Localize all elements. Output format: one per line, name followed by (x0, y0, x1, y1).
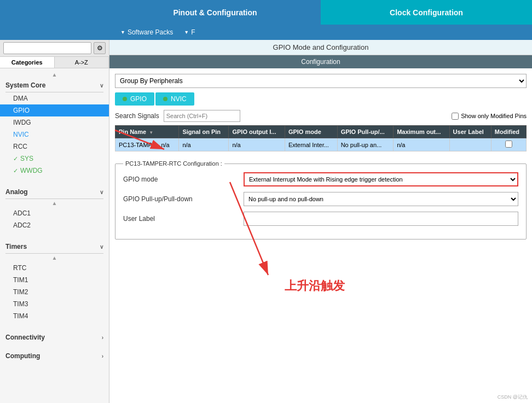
sidebar-item-rtc[interactable]: RTC (0, 262, 109, 274)
check-icon-sys: ✓ (13, 155, 18, 162)
pinout-header: Pinout & Configuration (109, 0, 321, 25)
chevron-down-icon: ▼ (120, 30, 125, 35)
gpio-mode-label: GPIO mode (123, 176, 244, 183)
check-icon-wwdg: ✓ (13, 167, 18, 174)
config-body: Group By Peripherals GPIO NVIC (109, 68, 532, 245)
chevron-right-icon-computing: › (102, 353, 103, 359)
sidebar-group-header-connectivity[interactable]: Connectivity › (0, 331, 109, 344)
watermark: CSDN @记仇 (498, 394, 528, 401)
sidebar-item-dma[interactable]: DMA (0, 92, 109, 104)
gpio-dot-icon (123, 97, 127, 101)
col-modified[interactable]: Modified (491, 126, 526, 138)
cell-gpio-pull: No pull-up an... (337, 138, 393, 151)
sidebar-group-header-system-core[interactable]: System Core ∨ (0, 79, 109, 92)
more-button[interactable]: ▼ F (184, 28, 195, 36)
user-label-label: User Label (123, 215, 244, 223)
col-pin-name[interactable]: Pin Name ▼ (115, 126, 179, 138)
sidebar-group-header-analog[interactable]: Analog ∨ (0, 185, 109, 198)
software-packs-button[interactable]: ▼ Software Packs (115, 26, 178, 38)
col-gpio-mode[interactable]: GPIO mode (285, 126, 337, 138)
show-modified-label: Show only Modified Pins (461, 113, 527, 119)
col-gpio-output[interactable]: GPIO output I... (229, 126, 285, 138)
gpio-pull-select[interactable]: No pull-up and no pull-down (244, 192, 518, 206)
user-label-row: User Label (123, 212, 518, 226)
cell-max-out: n/a (394, 138, 449, 151)
col-max-out[interactable]: Maximum out... (394, 126, 449, 138)
sidebar-item-adc2[interactable]: ADC2 (0, 219, 109, 231)
group-by-row: Group By Peripherals (115, 74, 527, 88)
tab-atoz[interactable]: A->Z (55, 57, 109, 68)
user-label-input[interactable] (244, 212, 518, 226)
cell-pin-name: PC13-TAMPE...n/a (115, 138, 179, 151)
sidebar-group-timers: Timers ∨ ▲ RTC TIM1 TIM2 TIM3 TIM (0, 238, 109, 324)
clock-header: Clock Configuration (321, 0, 532, 25)
cell-gpio-output: n/a (229, 138, 285, 151)
gpio-pull-label: GPIO Pull-up/Pull-down (123, 195, 244, 203)
chevron-right-icon-connectivity: › (102, 335, 103, 341)
config-banner: Configuration (109, 55, 532, 68)
chinese-annotation: 上升沿触发 (285, 278, 345, 294)
peripheral-tabs: GPIO NVIC (115, 92, 527, 106)
sidebar-group-header-computing[interactable]: Computing › (0, 349, 109, 363)
content-title: GPIO Mode and Configuration (109, 40, 532, 55)
cell-user-label (449, 138, 491, 151)
chevron-down-icon-timers: ∨ (100, 244, 103, 250)
sidebar-group-computing: Computing › (0, 347, 109, 365)
show-modified-row: Show only Modified Pins (452, 113, 527, 120)
search-signals-row: Search Signals Show only Modified Pins (115, 110, 527, 122)
sidebar-group-header-timers[interactable]: Timers ∨ (0, 240, 109, 253)
gpio-mode-select[interactable]: External Interrupt Mode with Rising edge… (244, 172, 518, 186)
gpio-pull-row: GPIO Pull-up/Pull-down No pull-up and no… (123, 192, 518, 206)
sidebar-item-tim1[interactable]: TIM1 (0, 274, 109, 286)
sidebar-item-sys[interactable]: ✓ SYS (0, 153, 109, 165)
config-fieldset: PC13-TAMPER-RTC Configuration : GPIO mod… (115, 160, 527, 240)
sidebar-item-gpio[interactable]: GPIO (0, 104, 109, 116)
sidebar-group-connectivity: Connectivity › (0, 329, 109, 346)
search-signals-input[interactable] (164, 110, 240, 122)
gpio-tab-button[interactable]: GPIO (115, 92, 154, 106)
sidebar-item-tim4[interactable]: TIM4 (0, 310, 109, 322)
table-row[interactable]: PC13-TAMPE...n/a n/a n/a External Inter.… (115, 138, 527, 151)
nvic-dot-icon (163, 97, 167, 101)
sidebar-item-tim2[interactable]: TIM2 (0, 286, 109, 298)
cell-signal: n/a (179, 138, 229, 151)
sidebar-search-input[interactable] (3, 42, 91, 54)
content-area: GPIO Mode and Configuration Configuratio… (109, 40, 532, 403)
chevron-down-icon-analog: ∨ (100, 189, 103, 195)
sidebar-item-adc1[interactable]: ADC1 (0, 207, 109, 219)
sidebar-group-analog: Analog ∨ ▲ ADC1 ADC2 (0, 183, 109, 233)
sidebar: ⚙ Categories A->Z ▲ System Core ∨ (0, 40, 109, 403)
gpio-table: Pin Name ▼ Signal on Pin GPIO output I..… (115, 125, 527, 151)
sidebar-item-tim3[interactable]: TIM3 (0, 298, 109, 310)
sidebar-item-wwdg[interactable]: ✓ WWDG (0, 165, 109, 177)
nvic-tab-button[interactable]: NVIC (155, 92, 194, 106)
group-by-select[interactable]: Group By Peripherals (115, 74, 527, 88)
tab-categories[interactable]: Categories (0, 57, 55, 68)
sidebar-item-rcc[interactable]: RCC (0, 141, 109, 153)
cell-gpio-mode: External Inter... (285, 138, 337, 151)
config-section-legend: PC13-TAMPER-RTC Configuration : (123, 160, 224, 167)
chevron-down-icon-2: ▼ (184, 30, 189, 35)
sidebar-item-iwdg[interactable]: IWDG (0, 116, 109, 129)
sidebar-item-nvic[interactable]: NVIC (0, 129, 109, 141)
gpio-mode-row: GPIO mode External Interrupt Mode with R… (123, 172, 518, 186)
col-signal[interactable]: Signal on Pin (179, 126, 229, 138)
col-gpio-pull[interactable]: GPIO Pull-up/... (337, 126, 393, 138)
sidebar-gear-button[interactable]: ⚙ (94, 42, 106, 54)
cell-modified (491, 138, 526, 151)
sidebar-group-system-core: ▲ System Core ∨ DMA GPIO IWDG NVIC (0, 68, 109, 179)
col-user-label[interactable]: User Label (449, 126, 491, 138)
chevron-down-icon-system: ∨ (100, 83, 103, 89)
search-signals-label: Search Signals (115, 112, 159, 120)
show-modified-checkbox[interactable] (452, 113, 459, 120)
modified-checkbox[interactable] (505, 141, 512, 148)
sort-icon-pin: ▼ (149, 130, 153, 135)
